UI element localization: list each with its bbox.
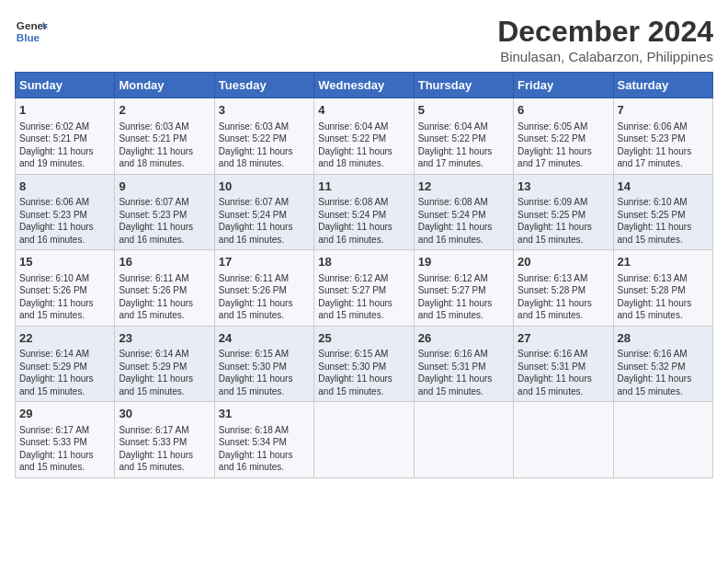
day-number: 24 xyxy=(219,330,310,347)
day-info: Sunrise: 6:15 AM Sunset: 5:30 PM Dayligh… xyxy=(219,348,310,397)
day-info: Sunrise: 6:18 AM Sunset: 5:34 PM Dayligh… xyxy=(219,424,310,474)
day-info: Sunrise: 6:09 AM Sunset: 5:25 PM Dayligh… xyxy=(518,196,609,246)
day-number: 3 xyxy=(219,102,310,119)
day-number: 14 xyxy=(618,178,709,195)
week-row-1: 1Sunrise: 6:02 AM Sunset: 5:21 PM Daylig… xyxy=(16,98,713,175)
week-row-3: 15Sunrise: 6:10 AM Sunset: 5:26 PM Dayli… xyxy=(16,250,713,327)
day-cell: 31Sunrise: 6:18 AM Sunset: 5:34 PM Dayli… xyxy=(214,402,313,478)
day-number: 31 xyxy=(219,406,310,422)
day-number: 19 xyxy=(418,254,509,270)
day-number: 11 xyxy=(318,178,409,195)
day-cell xyxy=(314,402,414,478)
day-cell: 7Sunrise: 6:06 AM Sunset: 5:23 PM Daylig… xyxy=(613,98,712,175)
day-cell xyxy=(414,402,513,478)
day-info: Sunrise: 6:10 AM Sunset: 5:26 PM Dayligh… xyxy=(19,272,110,322)
day-number: 8 xyxy=(19,178,110,195)
day-cell xyxy=(613,402,712,478)
day-number: 28 xyxy=(618,330,709,347)
day-cell: 27Sunrise: 6:16 AM Sunset: 5:31 PM Dayli… xyxy=(514,326,613,402)
day-info: Sunrise: 6:17 AM Sunset: 5:33 PM Dayligh… xyxy=(19,424,110,474)
day-number: 4 xyxy=(318,102,409,119)
day-number: 21 xyxy=(618,254,709,270)
day-info: Sunrise: 6:14 AM Sunset: 5:29 PM Dayligh… xyxy=(19,348,110,397)
col-header-thursday: Thursday xyxy=(414,73,513,98)
day-info: Sunrise: 6:03 AM Sunset: 5:21 PM Dayligh… xyxy=(119,121,210,170)
day-info: Sunrise: 6:07 AM Sunset: 5:23 PM Dayligh… xyxy=(119,196,210,246)
day-info: Sunrise: 6:05 AM Sunset: 5:22 PM Dayligh… xyxy=(518,121,609,170)
col-header-monday: Monday xyxy=(115,73,214,98)
title-area: December 2024 Binulasan, Calabarzon, Phi… xyxy=(497,15,713,64)
day-number: 30 xyxy=(119,406,210,422)
logo: General Blue xyxy=(15,15,48,48)
day-cell: 12Sunrise: 6:08 AM Sunset: 5:24 PM Dayli… xyxy=(414,174,513,250)
day-info: Sunrise: 6:12 AM Sunset: 5:27 PM Dayligh… xyxy=(418,272,509,322)
week-row-4: 22Sunrise: 6:14 AM Sunset: 5:29 PM Dayli… xyxy=(16,326,713,402)
calendar-table: SundayMondayTuesdayWednesdayThursdayFrid… xyxy=(15,72,713,478)
day-cell: 2Sunrise: 6:03 AM Sunset: 5:21 PM Daylig… xyxy=(115,98,214,175)
day-number: 25 xyxy=(318,330,409,347)
col-header-tuesday: Tuesday xyxy=(214,73,313,98)
day-info: Sunrise: 6:13 AM Sunset: 5:28 PM Dayligh… xyxy=(518,272,609,322)
day-info: Sunrise: 6:13 AM Sunset: 5:28 PM Dayligh… xyxy=(618,272,709,322)
day-cell: 30Sunrise: 6:17 AM Sunset: 5:33 PM Dayli… xyxy=(115,402,214,478)
day-info: Sunrise: 6:06 AM Sunset: 5:23 PM Dayligh… xyxy=(19,196,110,246)
day-info: Sunrise: 6:06 AM Sunset: 5:23 PM Dayligh… xyxy=(618,121,709,170)
day-cell: 3Sunrise: 6:03 AM Sunset: 5:22 PM Daylig… xyxy=(214,98,313,175)
day-cell: 5Sunrise: 6:04 AM Sunset: 5:22 PM Daylig… xyxy=(414,98,513,175)
day-info: Sunrise: 6:02 AM Sunset: 5:21 PM Dayligh… xyxy=(19,121,110,170)
day-info: Sunrise: 6:10 AM Sunset: 5:25 PM Dayligh… xyxy=(618,196,709,246)
day-cell: 20Sunrise: 6:13 AM Sunset: 5:28 PM Dayli… xyxy=(514,250,613,327)
day-info: Sunrise: 6:07 AM Sunset: 5:24 PM Dayligh… xyxy=(219,196,310,246)
day-cell: 14Sunrise: 6:10 AM Sunset: 5:25 PM Dayli… xyxy=(613,174,712,250)
day-cell: 11Sunrise: 6:08 AM Sunset: 5:24 PM Dayli… xyxy=(314,174,414,250)
day-info: Sunrise: 6:04 AM Sunset: 5:22 PM Dayligh… xyxy=(418,121,509,170)
day-number: 9 xyxy=(119,178,210,195)
day-cell: 8Sunrise: 6:06 AM Sunset: 5:23 PM Daylig… xyxy=(16,174,115,250)
day-number: 27 xyxy=(518,330,609,347)
day-cell: 16Sunrise: 6:11 AM Sunset: 5:26 PM Dayli… xyxy=(115,250,214,327)
day-cell: 26Sunrise: 6:16 AM Sunset: 5:31 PM Dayli… xyxy=(414,326,513,402)
subtitle: Binulasan, Calabarzon, Philippines xyxy=(497,49,713,64)
day-cell: 9Sunrise: 6:07 AM Sunset: 5:23 PM Daylig… xyxy=(115,174,214,250)
header: General Blue December 2024 Binulasan, Ca… xyxy=(15,15,713,64)
day-cell: 29Sunrise: 6:17 AM Sunset: 5:33 PM Dayli… xyxy=(16,402,115,478)
day-info: Sunrise: 6:16 AM Sunset: 5:32 PM Dayligh… xyxy=(618,348,709,397)
day-info: Sunrise: 6:08 AM Sunset: 5:24 PM Dayligh… xyxy=(318,196,409,246)
day-cell: 22Sunrise: 6:14 AM Sunset: 5:29 PM Dayli… xyxy=(16,326,115,402)
day-number: 10 xyxy=(219,178,310,195)
day-info: Sunrise: 6:12 AM Sunset: 5:27 PM Dayligh… xyxy=(318,272,409,322)
day-info: Sunrise: 6:03 AM Sunset: 5:22 PM Dayligh… xyxy=(219,121,310,170)
day-number: 6 xyxy=(518,102,609,119)
day-cell: 19Sunrise: 6:12 AM Sunset: 5:27 PM Dayli… xyxy=(414,250,513,327)
day-number: 1 xyxy=(19,102,110,119)
main-title: December 2024 xyxy=(497,15,713,49)
day-number: 29 xyxy=(19,406,110,422)
day-cell xyxy=(514,402,613,478)
day-number: 23 xyxy=(119,330,210,347)
day-cell: 13Sunrise: 6:09 AM Sunset: 5:25 PM Dayli… xyxy=(514,174,613,250)
day-cell: 1Sunrise: 6:02 AM Sunset: 5:21 PM Daylig… xyxy=(16,98,115,175)
day-info: Sunrise: 6:11 AM Sunset: 5:26 PM Dayligh… xyxy=(219,272,310,322)
day-cell: 24Sunrise: 6:15 AM Sunset: 5:30 PM Dayli… xyxy=(214,326,313,402)
day-info: Sunrise: 6:16 AM Sunset: 5:31 PM Dayligh… xyxy=(418,348,509,397)
day-number: 15 xyxy=(19,254,110,270)
day-cell: 10Sunrise: 6:07 AM Sunset: 5:24 PM Dayli… xyxy=(214,174,313,250)
day-number: 13 xyxy=(518,178,609,195)
day-cell: 15Sunrise: 6:10 AM Sunset: 5:26 PM Dayli… xyxy=(16,250,115,327)
day-number: 16 xyxy=(119,254,210,270)
col-header-friday: Friday xyxy=(514,73,613,98)
day-info: Sunrise: 6:04 AM Sunset: 5:22 PM Dayligh… xyxy=(318,121,409,170)
day-number: 12 xyxy=(418,178,509,195)
day-info: Sunrise: 6:15 AM Sunset: 5:30 PM Dayligh… xyxy=(318,348,409,397)
week-row-5: 29Sunrise: 6:17 AM Sunset: 5:33 PM Dayli… xyxy=(16,402,713,478)
day-cell: 18Sunrise: 6:12 AM Sunset: 5:27 PM Dayli… xyxy=(314,250,414,327)
day-number: 18 xyxy=(318,254,409,270)
day-cell: 4Sunrise: 6:04 AM Sunset: 5:22 PM Daylig… xyxy=(314,98,414,175)
col-header-sunday: Sunday xyxy=(16,73,115,98)
day-info: Sunrise: 6:11 AM Sunset: 5:26 PM Dayligh… xyxy=(119,272,210,322)
day-number: 17 xyxy=(219,254,310,270)
day-info: Sunrise: 6:14 AM Sunset: 5:29 PM Dayligh… xyxy=(119,348,210,397)
day-cell: 25Sunrise: 6:15 AM Sunset: 5:30 PM Dayli… xyxy=(314,326,414,402)
logo-icon: General Blue xyxy=(15,15,48,48)
day-cell: 6Sunrise: 6:05 AM Sunset: 5:22 PM Daylig… xyxy=(514,98,613,175)
